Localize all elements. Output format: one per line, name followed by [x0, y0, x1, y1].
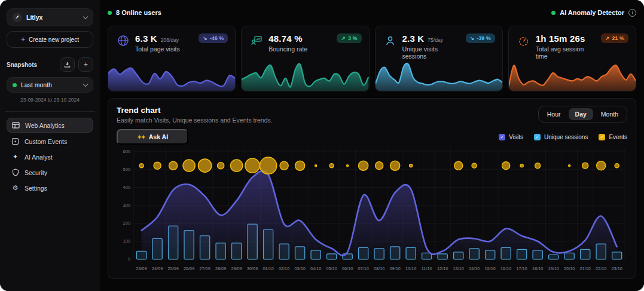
- ask-ai-button[interactable]: ✦✦ Ask AI: [117, 129, 188, 145]
- timer-icon: [517, 34, 530, 47]
- litlyx-logo-icon: [13, 13, 22, 22]
- svg-text:15/10: 15/10: [485, 266, 496, 271]
- checkbox-checked-icon[interactable]: ✓: [599, 134, 605, 140]
- snapshot-period-select[interactable]: Last month: [7, 77, 93, 93]
- topbar: 8 Online users AI Anomaly Detector i: [108, 6, 636, 19]
- trend-chart-card: Trend chart Easily match Visits, Unique …: [108, 98, 636, 279]
- sparkline-chart: [376, 60, 502, 91]
- sparkline-chart: [108, 60, 235, 91]
- svg-text:28/09: 28/09: [215, 266, 226, 271]
- sidebar-item-ai-analyst[interactable]: ✦ AI Analyst: [7, 150, 93, 164]
- project-name: Litlyx: [26, 14, 80, 21]
- create-new-project-button[interactable]: + Create new project: [7, 31, 93, 48]
- stat-label: Unique visits sessions: [402, 45, 460, 60]
- svg-text:26/09: 26/09: [184, 266, 194, 271]
- sidebar-item-settings[interactable]: ⚙ Settings: [7, 181, 93, 195]
- sidebar-item-label: Custom Events: [25, 138, 67, 145]
- info-icon[interactable]: i: [628, 9, 636, 17]
- granularity-tabs: Hour Day Month: [538, 106, 627, 122]
- green-dot-icon: [13, 83, 17, 87]
- trend-chart-plot[interactable]: 010020030040050060023/0924/0925/0926/092…: [115, 144, 628, 275]
- chart-legend: ✓ Visits ✓ Unique sessions ✓ Events: [499, 134, 627, 140]
- svg-text:04/10: 04/10: [310, 266, 321, 271]
- stat-label: Total avg session time: [536, 45, 596, 60]
- plus-icon: +: [21, 35, 25, 44]
- stat-card-avg-session-time[interactable]: 1h 15m 26s Total avg session time ↗ 21 %: [508, 26, 636, 91]
- svg-text:14/10: 14/10: [469, 266, 480, 271]
- trend-badge: ↘ -39 %: [466, 33, 495, 43]
- stat-value: 1h 15m 26s: [536, 33, 585, 44]
- snapshots-label: Snapshots: [7, 62, 56, 68]
- app-window: Litlyx + Create new project Snapshots + …: [0, 0, 644, 291]
- svg-text:10/10: 10/10: [405, 266, 416, 271]
- svg-text:11/10: 11/10: [422, 266, 432, 271]
- trend-up-icon: ↗: [341, 35, 346, 41]
- online-users-label: 8 Online users: [116, 9, 161, 16]
- snapshot-date-range: 23-09-2024 to 23-10-2024: [7, 97, 93, 103]
- svg-text:07/10: 07/10: [358, 266, 369, 271]
- svg-text:05/10: 05/10: [326, 266, 337, 271]
- stat-card-total-page-visits[interactable]: 6.3 K 208/day Total page visits ↘ -46 %: [108, 26, 236, 91]
- stat-rate: 208/day: [161, 37, 179, 43]
- create-new-project-label: Create new project: [29, 36, 79, 43]
- sidebar-item-security[interactable]: Security: [7, 166, 93, 179]
- green-dot-icon: [108, 11, 112, 15]
- legend-unique-sessions[interactable]: ✓ Unique sessions: [534, 134, 588, 140]
- chevron-down-icon: [83, 14, 88, 19]
- tab-month[interactable]: Month: [594, 108, 625, 120]
- legend-events[interactable]: ✓ Events: [599, 134, 627, 140]
- green-dot-icon: [551, 11, 556, 15]
- stat-card-bouncing-rate[interactable]: 48.74 % Bouncing rate ↗ 3 %: [241, 26, 369, 91]
- download-snapshot-button[interactable]: [60, 57, 75, 72]
- sidebar-item-label: AI Analyst: [25, 154, 53, 161]
- svg-text:20/10: 20/10: [564, 266, 575, 271]
- stat-cards-row: 6.3 K 208/day Total page visits ↘ -46 %: [108, 26, 636, 91]
- snapshot-period-value: Last month: [21, 81, 80, 88]
- svg-text:24/09: 24/09: [152, 266, 163, 271]
- svg-text:400: 400: [123, 185, 130, 190]
- svg-text:500: 500: [123, 167, 130, 172]
- checkbox-checked-icon[interactable]: ✓: [534, 134, 541, 140]
- add-snapshot-button[interactable]: +: [78, 57, 93, 72]
- svg-text:600: 600: [123, 149, 130, 154]
- sparkline-chart: [242, 60, 368, 91]
- sidebar-item-label: Settings: [25, 185, 47, 192]
- stat-value: 6.3 K: [135, 33, 157, 44]
- svg-text:09/10: 09/10: [390, 266, 401, 271]
- checkbox-checked-icon[interactable]: ✓: [499, 134, 505, 140]
- svg-text:02/10: 02/10: [279, 266, 289, 271]
- stat-value: 48.74 %: [268, 33, 302, 44]
- svg-text:25/09: 25/09: [167, 266, 178, 271]
- sidebar: Litlyx + Create new project Snapshots + …: [0, 0, 100, 291]
- ai-anomaly-detector: AI Anomaly Detector i: [551, 9, 636, 17]
- stat-label: Total page visits: [135, 45, 193, 53]
- browser-icon: [12, 121, 20, 129]
- sidebar-divider: [5, 111, 95, 112]
- user-icon: [384, 34, 397, 47]
- tab-day[interactable]: Day: [569, 108, 593, 120]
- svg-text:19/10: 19/10: [548, 266, 559, 271]
- sparkles-icon: ✦: [11, 153, 19, 161]
- trend-down-icon: ↘: [470, 35, 475, 41]
- svg-text:30/09: 30/09: [247, 266, 258, 271]
- legend-visits[interactable]: ✓ Visits: [499, 134, 523, 140]
- svg-text:29/09: 29/09: [231, 266, 242, 271]
- svg-text:200: 200: [123, 220, 130, 226]
- svg-text:22/10: 22/10: [596, 266, 606, 271]
- gear-icon: ⚙: [11, 184, 19, 192]
- trend-badge: ↗ 3 %: [337, 33, 361, 43]
- stat-rate: 75/day: [428, 37, 443, 43]
- project-selector[interactable]: Litlyx: [7, 8, 93, 26]
- trend-up-icon: ↗: [605, 35, 610, 41]
- ai-anomaly-detector-label: AI Anomaly Detector: [560, 9, 624, 16]
- svg-text:08/10: 08/10: [374, 266, 384, 271]
- svg-text:06/10: 06/10: [342, 266, 353, 271]
- sidebar-item-label: Web Analytics: [25, 122, 65, 129]
- sidebar-item-custom-events[interactable]: Custom Events: [7, 134, 93, 148]
- tab-hour[interactable]: Hour: [541, 108, 567, 120]
- sidebar-item-web-analytics[interactable]: Web Analytics: [7, 118, 93, 133]
- stat-label: Bouncing rate: [268, 45, 331, 53]
- stat-card-unique-visits[interactable]: 2.3 K 75/day Unique visits sessions ↘ -3…: [375, 26, 503, 91]
- online-users: 8 Online users: [108, 9, 161, 16]
- svg-text:17/10: 17/10: [517, 266, 527, 271]
